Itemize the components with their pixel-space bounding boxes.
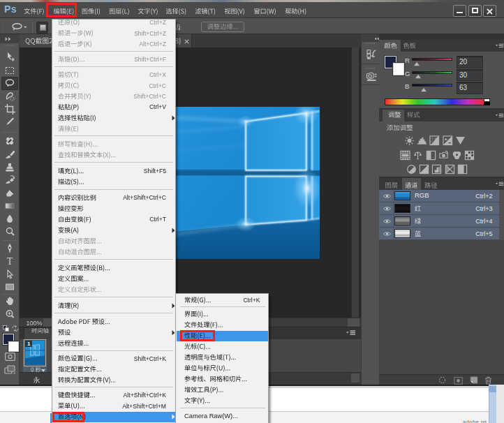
svg-text:Ctrl+C: Ctrl+C xyxy=(149,82,166,89)
svg-text:Shift+Ctrl+C: Shift+Ctrl+C xyxy=(133,93,166,100)
svg-text:Ctrl+V: Ctrl+V xyxy=(149,103,166,110)
svg-text:Ctrl+K: Ctrl+K xyxy=(243,297,260,304)
svg-text:Ctrl+Z: Ctrl+Z xyxy=(149,19,166,26)
svg-text:Ctrl+T: Ctrl+T xyxy=(149,216,166,223)
svg-text:Camera Raw(W)...: Camera Raw(W)... xyxy=(184,413,238,420)
svg-text:Alt+Shift+Ctrl+M: Alt+Shift+Ctrl+M xyxy=(122,403,166,410)
svg-text:Ctrl+X: Ctrl+X xyxy=(149,71,166,78)
svg-text:Alt+Shift+Ctrl+C: Alt+Shift+Ctrl+C xyxy=(123,194,166,201)
svg-text:Alt+Shift+Ctrl+K: Alt+Shift+Ctrl+K xyxy=(124,392,167,399)
svg-text:Shift+F5: Shift+F5 xyxy=(144,168,166,175)
svg-text:Shift+Ctrl+K: Shift+Ctrl+K xyxy=(134,355,167,362)
svg-text:Shift+Ctrl+F: Shift+Ctrl+F xyxy=(134,56,166,63)
svg-text:Shift+Ctrl+Z: Shift+Ctrl+Z xyxy=(134,30,166,37)
svg-text:Alt+Ctrl+Z: Alt+Ctrl+Z xyxy=(139,40,166,47)
